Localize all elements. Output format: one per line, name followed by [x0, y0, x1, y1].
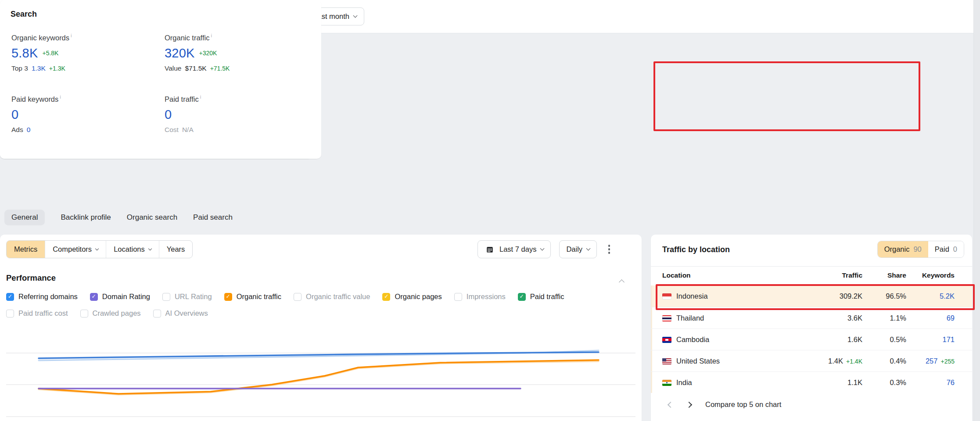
keywords-link[interactable]: 171: [942, 335, 955, 343]
paid-toggle[interactable]: Paid0: [928, 241, 964, 257]
metric-checkbox-label: Impressions: [467, 293, 506, 301]
chart-controls-segmented: Metrics Competitors Locations Years: [6, 240, 193, 258]
paid-count: 0: [953, 245, 957, 253]
us-flag-icon: [662, 358, 671, 364]
metric-checkbox-paid-traffic-cost[interactable]: Paid traffic cost: [6, 309, 68, 318]
location-row-cambodia[interactable]: Cambodia1.6K0.5%171: [651, 328, 972, 350]
col-share[interactable]: Share: [862, 271, 906, 279]
calendar-icon: [485, 244, 495, 255]
tab-organic-search[interactable]: Organic search: [127, 213, 177, 222]
organic-keywords-value[interactable]: 5.8K: [11, 46, 38, 61]
metric-checkbox-label: Organic traffic: [237, 293, 281, 301]
organic-toggle[interactable]: Organic90: [878, 241, 928, 257]
cost-value: N/A: [182, 126, 194, 134]
col-keywords[interactable]: Keywords: [906, 271, 955, 279]
share-cell: 1.1%: [862, 314, 906, 322]
granularity-button[interactable]: Daily: [559, 240, 597, 258]
col-location[interactable]: Location: [662, 271, 797, 279]
traffic-by-location-title: Traffic by location: [662, 245, 730, 254]
metrics-segment[interactable]: Metrics: [7, 241, 45, 258]
metric-checkbox-label: URL Rating: [175, 293, 212, 301]
paid-keywords-value[interactable]: 0: [11, 107, 18, 122]
ads-value[interactable]: 0: [27, 126, 31, 134]
checkbox-unchecked-icon: [153, 310, 161, 318]
tab-paid-search[interactable]: Paid search: [193, 213, 233, 222]
traffic-cell: 3.6K: [797, 314, 862, 322]
years-segment[interactable]: Years: [159, 241, 193, 258]
search-card: Search Organic keywords 5.8K+5.8K Top 31…: [0, 0, 321, 159]
location-table-header: Location Traffic Share Keywords: [662, 271, 955, 279]
metric-checkbox-organic-traffic[interactable]: ✓Organic traffic: [224, 293, 281, 301]
thailand-flag-icon: [662, 315, 671, 321]
tab-general[interactable]: General: [4, 210, 45, 225]
organic-traffic-stat: Organic traffic 320K+320K Value$71.5K+71…: [165, 33, 230, 72]
share-cell: 0.5%: [862, 335, 906, 344]
share-cell: 0.4%: [862, 357, 906, 365]
location-row-india[interactable]: India1.1K0.3%76: [651, 371, 972, 393]
chevron-down-icon: [95, 246, 99, 250]
keywords-link[interactable]: 76: [947, 378, 955, 386]
metric-checkbox-organic-traffic-value[interactable]: Organic traffic value: [294, 293, 370, 301]
checkbox-checked-icon: ✓: [224, 293, 232, 301]
organic-traffic-value[interactable]: 320K: [165, 46, 195, 61]
locations-segment[interactable]: Locations: [106, 241, 159, 258]
competitors-segment[interactable]: Competitors: [45, 241, 106, 258]
search-title: Search: [11, 10, 37, 19]
location-row-indonesia[interactable]: Indonesia309.2K96.5%5.2K: [651, 285, 972, 307]
location-name: United States: [676, 357, 720, 365]
location-name: Thailand: [676, 314, 704, 322]
collapse-section-button[interactable]: [620, 278, 624, 286]
chevron-down-icon: [148, 246, 152, 250]
traffic-value-amount: $71.5K: [185, 64, 207, 72]
checkbox-unchecked-icon: [454, 293, 462, 301]
metric-checkbox-paid-traffic[interactable]: ✓Paid traffic: [518, 293, 564, 301]
metric-checkbox-ai-overviews[interactable]: AI Overviews: [153, 309, 208, 318]
metric-checkbox-label: Paid traffic: [530, 293, 564, 301]
metric-checkbox-crawled-pages[interactable]: Crawled pages: [80, 309, 141, 318]
keywords-link[interactable]: 257: [926, 357, 938, 365]
chevron-down-icon: [540, 246, 545, 251]
metric-checkbox-list: ✓Referring domains✓Domain RatingURL Rati…: [6, 293, 607, 318]
date-range-button[interactable]: Last 7 days: [477, 240, 551, 258]
info-icon: [60, 94, 61, 100]
location-name: Cambodia: [676, 335, 709, 343]
india-flag-icon: [662, 380, 671, 386]
paid-traffic-value[interactable]: 0: [165, 107, 172, 122]
location-pager: Compare top 5 on chart: [668, 400, 781, 409]
paid-keywords-label: Paid keywords: [11, 94, 61, 103]
metric-checkbox-domain-rating[interactable]: ✓Domain Rating: [90, 293, 150, 301]
pager-next-icon[interactable]: [686, 401, 692, 407]
metric-checkbox-impressions[interactable]: Impressions: [454, 293, 506, 301]
keywords-change: +255: [941, 358, 955, 365]
vertical-scrollbar[interactable]: [973, 0, 980, 421]
checkbox-unchecked-icon: [80, 310, 88, 318]
cost-label: Cost: [165, 126, 179, 134]
organic-traffic-label: Organic traffic: [165, 33, 230, 42]
col-traffic[interactable]: Traffic: [797, 271, 862, 279]
tab-backlink-profile[interactable]: Backlink profile: [61, 213, 111, 222]
metric-checkbox-organic-pages[interactable]: ✓Organic pages: [382, 293, 442, 301]
location-row-united-states[interactable]: United States1.4K+1.4K0.4%257+255: [651, 350, 972, 371]
organic-keywords-change: +5.8K: [42, 50, 58, 57]
checkbox-checked-icon: ✓: [382, 293, 390, 301]
traffic-cell: 309.2K: [797, 292, 862, 300]
top3-value[interactable]: 1.3K: [32, 64, 46, 72]
location-row-thailand[interactable]: Thailand3.6K1.1%69: [651, 307, 972, 328]
keywords-link[interactable]: 5.2K: [940, 292, 955, 300]
organic-traffic-change: +320K: [199, 50, 217, 57]
metric-checkbox-url-rating[interactable]: URL Rating: [162, 293, 212, 301]
chart-line-organic-traffic-previous-period: [39, 361, 599, 395]
chevron-down-icon: [586, 246, 591, 251]
organic-count: 90: [913, 245, 921, 253]
pager-prev-icon[interactable]: [668, 401, 674, 407]
annotation-box-search: [653, 61, 920, 131]
traffic-cell: 1.6K: [797, 335, 862, 344]
divider: [651, 266, 972, 267]
value-label: Value: [165, 64, 182, 72]
more-options-kebab-icon[interactable]: [605, 240, 613, 258]
location-table-body: Indonesia309.2K96.5%5.2KThailand3.6K1.1%…: [651, 285, 972, 393]
paid-keywords-stat: Paid keywords 0 Ads0: [11, 94, 61, 134]
indonesia-flag-icon: [662, 293, 671, 300]
keywords-link[interactable]: 69: [947, 314, 955, 322]
metric-checkbox-referring-domains[interactable]: ✓Referring domains: [6, 293, 78, 301]
